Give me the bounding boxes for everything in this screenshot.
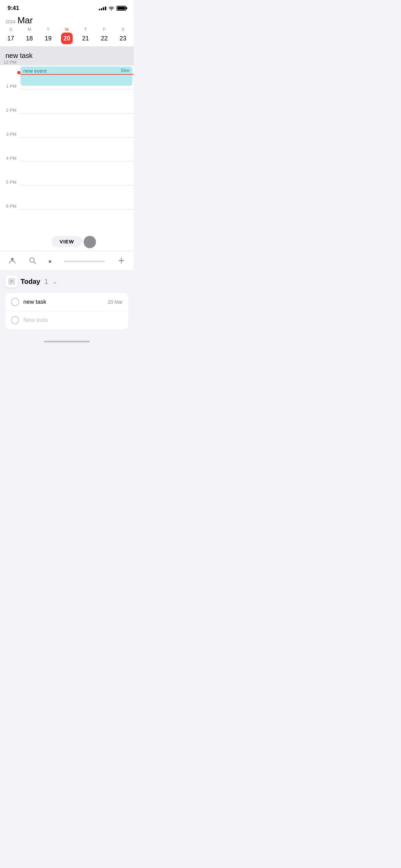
svg-rect-5 — [10, 279, 14, 284]
day-letter: T — [47, 27, 49, 32]
calendar-event[interactable]: new event55m — [21, 67, 132, 86]
month-label: Mar — [17, 15, 33, 26]
new-todo-item[interactable]: New todo — [5, 311, 128, 329]
day-number: 21 — [80, 33, 92, 44]
week-day-item[interactable]: S23 — [113, 27, 132, 44]
time-line — [19, 161, 134, 161]
time-row: 5 PM — [0, 185, 134, 209]
svg-rect-6 — [10, 281, 13, 281]
day-letter: S — [9, 27, 12, 32]
task-date: 20 Mar — [108, 299, 123, 305]
calendar-toolbar — [0, 251, 134, 270]
time-row: 12 PMnew event55m — [0, 65, 134, 89]
calendar-header: 2024 Mar S17M18T19W20T21F22S23 — [0, 14, 134, 46]
task-list: new task 20 Mar New todo — [5, 293, 128, 329]
time-row: 3 PM — [0, 137, 134, 161]
time-label: 12 PM — [0, 60, 19, 65]
new-todo-checkbox[interactable] — [11, 316, 19, 324]
status-icons — [99, 5, 126, 11]
svg-line-2 — [34, 262, 36, 264]
tasks-panel: Today 1 ⌄ new task 20 Mar New todo — [0, 270, 134, 338]
day-letter: F — [103, 27, 106, 32]
task-checkbox[interactable] — [11, 298, 19, 306]
search-input-container[interactable]: new task — [5, 50, 128, 62]
time-line — [19, 137, 134, 137]
tasks-section-title: Today — [21, 278, 40, 286]
time-row: 6 PM — [0, 209, 134, 233]
event-duration: 55m — [121, 68, 130, 73]
day-letter: W — [65, 27, 69, 32]
reminders-app-icon — [5, 275, 18, 288]
new-todo-placeholder: New todo — [23, 317, 123, 324]
day-number: 18 — [24, 33, 35, 44]
week-day-item[interactable]: T19 — [39, 27, 58, 44]
day-letter: M — [28, 27, 31, 32]
time-row: 4 PM — [0, 161, 134, 185]
time-line — [19, 89, 134, 89]
tasks-count: 1 — [44, 278, 48, 286]
signal-bars-icon — [99, 7, 106, 10]
home-bar — [44, 341, 90, 342]
day-number: 20 — [61, 33, 73, 44]
current-time-dot — [17, 71, 21, 74]
time-line — [19, 209, 134, 209]
week-day-item[interactable]: T21 — [76, 27, 95, 44]
day-number: 23 — [117, 33, 129, 44]
timeline: 12 PMnew event55m1 PM2 PM3 PM4 PM5 PM6 P… — [0, 65, 134, 233]
status-time: 9:41 — [8, 5, 19, 12]
task-text: new task — [23, 299, 108, 305]
tasks-chevron-icon[interactable]: ⌄ — [52, 278, 57, 285]
wifi-icon — [108, 5, 114, 11]
current-time-line — [21, 74, 134, 75]
day-number: 17 — [5, 33, 16, 44]
week-day-item[interactable]: M18 — [20, 27, 39, 44]
week-day-item[interactable]: F22 — [95, 27, 114, 44]
time-label: 3 PM — [0, 132, 19, 137]
tasks-header[interactable]: Today 1 ⌄ — [5, 275, 128, 288]
person-icon[interactable] — [8, 256, 16, 267]
event-title: new event — [23, 68, 47, 74]
time-line — [19, 65, 134, 65]
time-row: 1 PM — [0, 89, 134, 113]
battery-icon — [117, 6, 126, 11]
task-item[interactable]: new task 20 Mar — [5, 293, 128, 311]
year-month-row: 2024 Mar — [0, 15, 134, 27]
view-button-container: VIEW — [0, 233, 134, 251]
day-number: 22 — [98, 33, 110, 44]
time-row: 2 PM — [0, 113, 134, 137]
view-button[interactable]: VIEW — [51, 236, 82, 247]
day-letter: T — [84, 27, 87, 32]
time-label: 2 PM — [0, 108, 19, 113]
week-days-row[interactable]: S17M18T19W20T21F22S23 — [0, 27, 134, 46]
home-indicator — [0, 338, 134, 348]
svg-point-0 — [11, 258, 14, 261]
week-day-item[interactable]: W20 — [58, 27, 76, 44]
status-bar: 9:41 — [0, 0, 134, 14]
time-label: 5 PM — [0, 180, 19, 185]
time-line — [19, 185, 134, 185]
time-label: 1 PM — [0, 84, 19, 89]
day-number: 19 — [42, 33, 54, 44]
year-label: 2024 — [5, 19, 15, 24]
toolbar-home-bar — [64, 261, 105, 262]
search-bar[interactable]: new task — [0, 46, 134, 65]
week-day-item[interactable]: S17 — [1, 27, 20, 44]
drag-handle-circle[interactable] — [84, 236, 96, 248]
day-letter: S — [122, 27, 124, 32]
time-label: 4 PM — [0, 156, 19, 161]
svg-rect-7 — [10, 282, 12, 282]
time-line — [19, 113, 134, 113]
toolbar-dot — [49, 260, 51, 263]
time-label: 6 PM — [0, 204, 19, 209]
add-event-button[interactable] — [117, 256, 125, 267]
search-icon[interactable] — [29, 257, 36, 266]
